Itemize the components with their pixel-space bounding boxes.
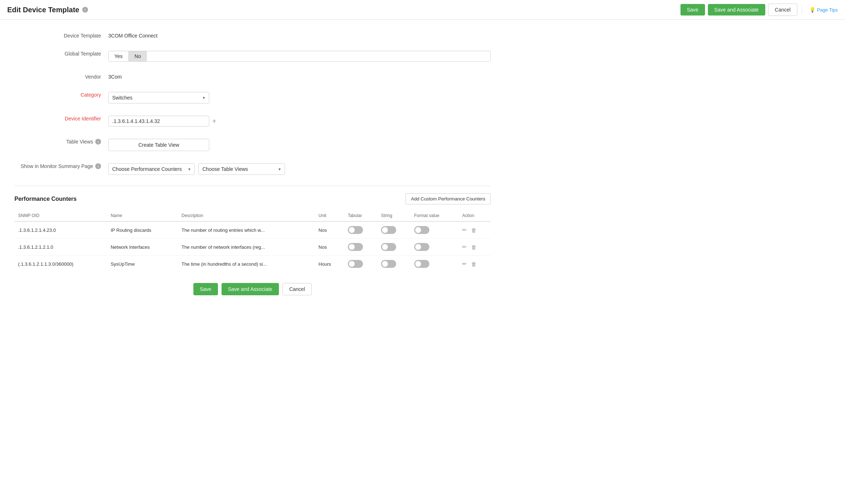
divider [802,5,802,14]
col-unit: Unit [315,210,344,221]
table-header-row: SNMP OID Name Description Unit Tabular S… [14,210,491,221]
performance-counters-select[interactable]: Choose Performance Counters [108,163,195,175]
col-snmp-oid: SNMP OID [14,210,107,221]
action-icons: ✏ 🗑 [462,244,487,250]
toggle-switch[interactable] [348,260,363,268]
table-views-label: Table Views [66,139,93,145]
delete-icon[interactable]: 🗑 [471,227,477,233]
bottom-save-associate-button[interactable]: Save and Associate [222,283,279,295]
tabular-cell[interactable] [344,239,377,256]
monitor-summary-info-icon[interactable]: i [95,163,101,169]
device-identifier-value: + [108,114,491,127]
lightbulb-icon: 💡 [809,7,815,13]
toggle-switch[interactable] [381,243,396,251]
format-value-cell[interactable] [411,239,459,256]
toggle-switch[interactable] [381,226,396,234]
page-tips-link[interactable]: 💡 Page Tips [809,7,838,13]
toggle-switch[interactable] [414,260,429,268]
toggle-switch[interactable] [348,243,363,251]
page-title: Edit Device Template [7,6,79,14]
snmp-oid-cell: (.1.3.6.1.2.1.1.3.0/360000) [14,256,107,273]
device-identifier-input[interactable] [108,116,209,127]
save-associate-button[interactable]: Save and Associate [708,4,765,16]
yes-button[interactable]: Yes [109,51,129,61]
monitor-summary-label: Show in Monitor Summary Page [21,163,93,169]
table-body: .1.3.6.1.2.1.4.23.0IP Routing discardsTh… [14,221,491,272]
category-select[interactable]: Switches Routers Firewalls Servers [108,92,209,103]
toggle-switch[interactable] [348,226,363,234]
table-row: .1.3.6.1.2.1.2.1.0Network InterfacesThe … [14,239,491,256]
name-cell: SysUpTime [107,256,178,273]
table-views-value: Create Table View [108,137,491,151]
bottom-save-button[interactable]: Save [193,283,218,295]
name-cell: IP Routing discards [107,221,178,239]
table-views-row: Table Views i Create Table View [14,137,491,151]
tabular-cell[interactable] [344,221,377,239]
description-cell: The number of routing entries which w... [178,221,315,239]
save-button[interactable]: Save [680,4,705,16]
format-value-cell[interactable] [411,221,459,239]
monitor-summary-value: Choose Performance Counters ▼ Choose Tab… [108,161,491,175]
create-table-view-button[interactable]: Create Table View [108,139,209,151]
add-custom-perf-button[interactable]: Add Custom Performance Counters [406,193,491,204]
format-value-cell[interactable] [411,256,459,273]
table-header: SNMP OID Name Description Unit Tabular S… [14,210,491,221]
table-row: .1.3.6.1.2.1.4.23.0IP Routing discardsTh… [14,221,491,239]
global-template-label: Global Template [14,49,108,57]
device-template-value: 3COM Office Connect [108,31,491,39]
vendor-value: 3Com [108,72,491,80]
col-format-value: Format value [411,210,459,221]
description-cell: The number of network interfaces (reg... [178,239,315,256]
table-views-label-container: Table Views i [14,137,108,145]
action-icons: ✏ 🗑 [462,261,487,267]
action-cell: ✏ 🗑 [459,221,491,239]
action-cell: ✏ 🗑 [459,239,491,256]
perf-title: Performance Counters [14,196,77,202]
header-right: Save Save and Associate Cancel 💡 Page Ti… [680,4,838,16]
col-name: Name [107,210,178,221]
delete-icon[interactable]: 🗑 [471,244,477,250]
yes-no-group: Yes No [108,51,491,62]
edit-icon[interactable]: ✏ [462,227,467,233]
delete-icon[interactable]: 🗑 [471,261,477,267]
bottom-buttons: Save Save and Associate Cancel [14,283,491,306]
title-info-icon[interactable]: i [82,7,88,13]
string-cell[interactable] [377,239,411,256]
global-template-row: Global Template Yes No [14,49,491,62]
global-template-value: Yes No [108,49,491,62]
unit-cell: Hours [315,256,344,273]
table-views-info-icon[interactable]: i [95,139,101,145]
string-cell[interactable] [377,256,411,273]
device-identifier-row: Device Identifier + [14,114,491,127]
table-row: (.1.3.6.1.2.1.1.3.0/360000)SysUpTimeThe … [14,256,491,273]
action-icons: ✏ 🗑 [462,227,487,233]
description-cell: The time (in hundredths of a second) si.… [178,256,315,273]
col-tabular: Tabular [344,210,377,221]
unit-cell: Nos [315,221,344,239]
edit-icon[interactable]: ✏ [462,244,467,250]
action-cell: ✏ 🗑 [459,256,491,273]
bottom-cancel-button[interactable]: Cancel [283,283,312,295]
edit-icon[interactable]: ✏ [462,261,467,267]
category-select-wrapper: Switches Routers Firewalls Servers ▼ [108,92,209,103]
toggle-switch[interactable] [414,226,429,234]
add-identifier-icon[interactable]: + [212,118,216,125]
unit-cell: Nos [315,239,344,256]
no-button[interactable]: No [129,51,147,61]
col-action: Action [459,210,491,221]
string-cell[interactable] [377,221,411,239]
table-views-select[interactable]: Choose Table Views [198,163,285,175]
vendor-row: Vendor 3Com [14,72,491,80]
toggle-switch[interactable] [381,260,396,268]
toggle-switch[interactable] [414,243,429,251]
form-section: Device Template 3COM Office Connect Glob… [14,31,491,175]
table-views-select-wrapper: Choose Table Views ▼ [198,163,285,175]
device-id-row: + [108,116,491,127]
performance-counters-section: Performance Counters Add Custom Performa… [14,186,491,272]
category-label: Category [80,92,101,98]
device-template-row: Device Template 3COM Office Connect [14,31,491,39]
device-identifier-label-container: Device Identifier [14,114,108,121]
cancel-button[interactable]: Cancel [768,4,798,16]
main-content: Device Template 3COM Office Connect Glob… [0,20,505,317]
tabular-cell[interactable] [344,256,377,273]
